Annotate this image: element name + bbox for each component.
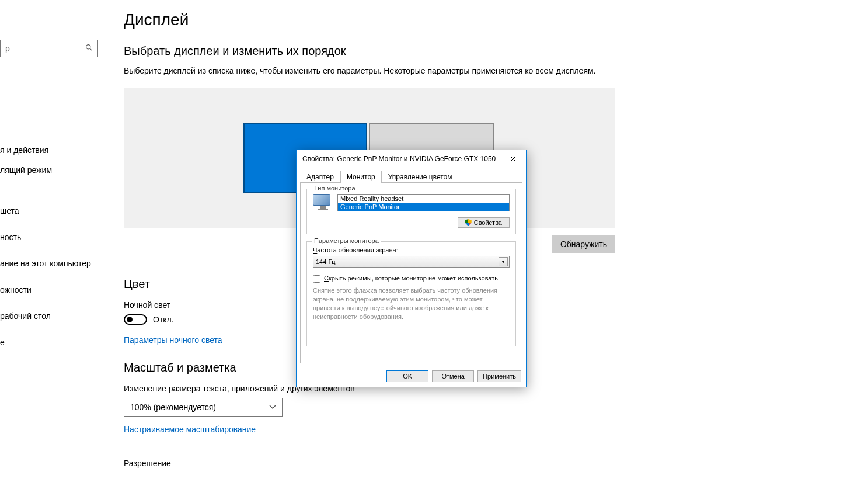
scale-dropdown[interactable]: 100% (рекомендуется) bbox=[124, 398, 283, 417]
dialog-title: Свойства: Generic PnP Monitor и NVIDIA G… bbox=[302, 155, 496, 163]
monitor-icon bbox=[313, 194, 333, 211]
night-light-state: Откл. bbox=[153, 315, 174, 324]
monitor-list-item-0[interactable]: Mixed Reality headset bbox=[338, 195, 509, 203]
custom-scaling-link[interactable]: Настраиваемое масштабирование bbox=[124, 425, 256, 434]
monitor-type-legend: Тип монитора bbox=[312, 185, 358, 192]
tab-adapter[interactable]: Адаптер bbox=[300, 171, 340, 183]
resolution-label: Разрешение bbox=[124, 459, 856, 468]
page-title: Дисплей bbox=[124, 11, 856, 29]
tab-strip: Адаптер Монитор Управление цветом bbox=[297, 168, 526, 182]
sidebar-item-1[interactable]: лящий режим bbox=[0, 160, 111, 180]
search-placeholder: р bbox=[5, 44, 10, 53]
select-displays-desc: Выберите дисплей из списка ниже, чтобы и… bbox=[124, 66, 856, 75]
refresh-rate-label: Частота обновления экрана: bbox=[313, 247, 510, 254]
scale-value: 100% (рекомендуется) bbox=[130, 403, 216, 412]
search-input[interactable]: р bbox=[0, 40, 98, 57]
sidebar-item-7[interactable]: е bbox=[0, 326, 111, 352]
sidebar-item-4[interactable]: ание на этот компьютер bbox=[0, 247, 111, 273]
monitor-list-item-1[interactable]: Generic PnP Monitor bbox=[338, 203, 509, 211]
night-light-toggle[interactable] bbox=[124, 314, 147, 325]
svg-line-1 bbox=[90, 48, 92, 50]
night-light-settings-link[interactable]: Параметры ночного света bbox=[124, 335, 222, 345]
monitor-type-group: Тип монитора Mixed Reality headset Gener… bbox=[306, 189, 516, 234]
refresh-rate-dropdown[interactable]: 144 Гц ▾ bbox=[313, 256, 510, 268]
chevron-down-icon: ▾ bbox=[499, 257, 508, 266]
shield-icon bbox=[465, 219, 472, 226]
dialog-titlebar[interactable]: Свойства: Generic PnP Monitor и NVIDIA G… bbox=[297, 150, 526, 168]
chevron-down-icon bbox=[269, 404, 276, 411]
properties-button-label: Свойства bbox=[474, 219, 502, 226]
sidebar-item-6[interactable]: рабочий стол bbox=[0, 300, 111, 326]
apply-button[interactable]: Применить bbox=[477, 370, 521, 382]
tab-body: Тип монитора Mixed Reality headset Gener… bbox=[300, 182, 522, 363]
sidebar-item-3[interactable]: ность bbox=[0, 221, 111, 247]
monitor-list[interactable]: Mixed Reality headset Generic PnP Monito… bbox=[337, 194, 510, 211]
tab-color-management[interactable]: Управление цветом bbox=[382, 171, 459, 183]
svg-point-0 bbox=[86, 45, 90, 49]
monitor-properties-dialog: Свойства: Generic PnP Monitor и NVIDIA G… bbox=[296, 150, 527, 387]
refresh-rate-value: 144 Гц bbox=[316, 258, 336, 265]
tab-monitor[interactable]: Монитор bbox=[340, 171, 382, 183]
sidebar-item-2[interactable]: шета bbox=[0, 201, 111, 221]
monitor-properties-button[interactable]: Свойства bbox=[458, 217, 510, 228]
search-icon bbox=[85, 44, 93, 53]
sidebar-item-0[interactable]: я и действия bbox=[0, 140, 111, 160]
monitor-settings-legend: Параметры монитора bbox=[312, 237, 381, 244]
sidebar-item-5[interactable]: ожности bbox=[0, 273, 111, 300]
detect-button[interactable]: Обнаружить bbox=[552, 235, 615, 253]
close-icon bbox=[510, 156, 516, 162]
ok-button[interactable]: OK bbox=[386, 370, 428, 382]
cancel-button[interactable]: Отмена bbox=[432, 370, 474, 382]
hide-modes-help: Снятие этого флажка позволяет выбрать ча… bbox=[313, 286, 510, 321]
hide-modes-checkbox[interactable] bbox=[313, 275, 320, 283]
close-button[interactable] bbox=[501, 151, 525, 167]
dialog-button-row: OK Отмена Применить bbox=[297, 367, 526, 387]
monitor-settings-group: Параметры монитора Частота обновления эк… bbox=[306, 241, 516, 346]
select-displays-heading: Выбрать дисплеи и изменить их порядок bbox=[124, 44, 856, 58]
sidebar: р я и действия лящий режим шета ность ан… bbox=[0, 0, 111, 489]
hide-modes-label[interactable]: Скрыть режимы, которые монитор не может … bbox=[324, 275, 498, 282]
